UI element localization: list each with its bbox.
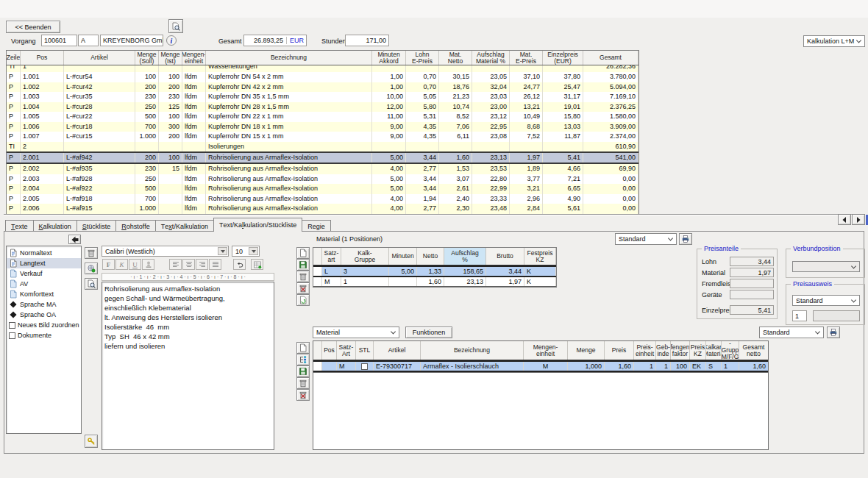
column-header[interactable]: Aufschlag Material %: [472, 51, 510, 65]
list-item-dokumente[interactable]: Dokumente: [7, 330, 81, 340]
column-header[interactable]: -Grupp M/F/G: [722, 341, 739, 360]
back-button[interactable]: [68, 235, 81, 244]
table-row[interactable]: P1.005L-#cur22500100lfdmKupferrohr DN 22…: [7, 112, 638, 122]
gesamt-field[interactable]: 26.893,25 EUR: [243, 35, 307, 46]
table-row[interactable]: P2.006L-#af9151.000lfdmRohrisolierung au…: [7, 204, 638, 214]
column-header[interactable]: Kalk- Gruppe: [341, 248, 389, 265]
column-header[interactable]: Preis- einheit: [634, 341, 656, 360]
italic-button[interactable]: K: [115, 259, 128, 270]
table-row[interactable]: TI2Isolierungen610,90: [7, 142, 638, 152]
column-header[interactable]: [313, 341, 322, 360]
font-family-combo[interactable]: Calibri (Westlich): [102, 246, 229, 257]
align-justify-button[interactable]: [209, 259, 221, 270]
save-button[interactable]: [296, 365, 310, 377]
column-header[interactable]: Minuten: [389, 248, 417, 265]
nav-prev-button[interactable]: [838, 214, 851, 225]
table-row[interactable]: TI1Wasserleitungen26.282,36: [7, 65, 638, 72]
delete-button[interactable]: [296, 377, 310, 389]
detail-category-select[interactable]: Material: [313, 327, 399, 338]
vorgang-company-field[interactable]: KREYENBORG GmbH: [100, 35, 163, 46]
column-header[interactable]: Bezeichnung: [206, 51, 372, 65]
table-row[interactable]: ME-79300717Armaflex - IsolierschlauchM1,…: [313, 360, 769, 372]
split-button[interactable]: [296, 354, 310, 365]
column-header[interactable]: Mat. E-Preis: [510, 51, 543, 65]
list-item-av[interactable]: AV: [7, 279, 81, 289]
column-header[interactable]: Einzelpreis (EUR): [543, 51, 583, 65]
column-header[interactable]: Lohn E-Preis: [406, 51, 439, 65]
table-row[interactable]: M11,6023,131,97K: [313, 277, 556, 287]
print-button[interactable]: [679, 233, 692, 245]
new-button[interactable]: [296, 247, 310, 259]
table-row[interactable]: P2.001L-#af942200100lfdmRohrisolierung a…: [7, 151, 638, 164]
list-item-sprache-oa[interactable]: Sprache OA: [7, 310, 81, 320]
delete-button[interactable]: [296, 271, 310, 282]
column-header[interactable]: Menge (Ist): [159, 51, 182, 65]
stl-checkbox[interactable]: [361, 363, 368, 370]
preisausweis-number-field[interactable]: 1: [792, 310, 807, 321]
column-header[interactable]: Mengen- einheit: [182, 51, 206, 65]
column-header[interactable]: Festpreis KZ: [524, 248, 556, 265]
column-header[interactable]: Artikel: [374, 341, 421, 360]
new-button[interactable]: [296, 342, 310, 354]
table-row[interactable]: P2.004L-#af922500lfdmRohrisolierung aus …: [7, 184, 638, 194]
column-header[interactable]: STL: [356, 341, 374, 360]
column-header[interactable]: Bezeichnung: [421, 341, 524, 360]
web-lookup-button[interactable]: [85, 263, 98, 274]
preisausweis-select[interactable]: Standard: [792, 295, 860, 306]
column-header[interactable]: Kalkart Materia: [706, 341, 722, 360]
table-row[interactable]: L35,001,33158,653,44K: [313, 265, 556, 277]
funktionen-button[interactable]: Funktionen: [405, 327, 452, 338]
beenden-button[interactable]: << Beenden: [6, 21, 60, 33]
detail-preset-select[interactable]: Standard: [759, 327, 824, 338]
column-header[interactable]: Preis: [605, 341, 634, 360]
column-header[interactable]: Satz- art: [322, 248, 341, 265]
format-paint-button[interactable]: [142, 259, 154, 270]
column-header[interactable]: Gesamt netto: [739, 341, 769, 360]
tab-texte[interactable]: Texte: [5, 220, 34, 232]
align-left-button[interactable]: [169, 259, 182, 270]
list-item-langtext[interactable]: Langtext: [7, 258, 81, 268]
tab-rohstoffe[interactable]: Rohstoffe: [115, 220, 156, 232]
column-header[interactable]: Preis KZ: [690, 341, 706, 360]
table-row[interactable]: P2.005L-#af918700lfdmRohrisolierung aus …: [7, 194, 638, 204]
align-right-button[interactable]: [196, 259, 208, 270]
column-header[interactable]: Mat. Netto: [439, 51, 472, 65]
checkbox-icon[interactable]: [9, 332, 15, 339]
column-header[interactable]: Pos: [322, 341, 337, 360]
column-header[interactable]: Menge: [568, 341, 605, 360]
column-header[interactable]: Minuten Akkord: [372, 51, 406, 65]
table-row[interactable]: P1.003L-#cur35230230lfdmKupferrohr DN 35…: [7, 92, 638, 102]
delete-all-button[interactable]: [296, 389, 310, 401]
underline-button[interactable]: U: [129, 259, 141, 270]
preview-button[interactable]: [85, 278, 98, 290]
column-header[interactable]: Netto: [417, 248, 444, 265]
delete-button[interactable]: [85, 247, 98, 259]
insert-table-button[interactable]: [251, 259, 263, 270]
column-header[interactable]: Brutto: [486, 248, 524, 265]
column-header[interactable]: Menge (Soll): [135, 51, 159, 65]
tab-regie[interactable]: Regie: [302, 220, 331, 232]
delete-all-button[interactable]: [296, 282, 310, 294]
bold-button[interactable]: F: [102, 259, 115, 270]
column-header[interactable]: Satz- Art: [337, 341, 356, 360]
list-item-verkauf[interactable]: Verkauf: [7, 268, 81, 279]
verbundposition-select[interactable]: [792, 261, 860, 272]
column-header[interactable]: Mengen- einheit: [524, 341, 568, 360]
table-row[interactable]: P1.007L-#cur151.000200lfdmKupferrohr DN …: [7, 132, 638, 142]
table-row[interactable]: P1.004L-#cur28250125lfdmKupferrohr DN 28…: [7, 102, 638, 113]
material-preset-select[interactable]: Standard: [615, 233, 677, 245]
print-button[interactable]: [827, 327, 840, 338]
table-row[interactable]: P1.001L-#cur54100100lfdmKupferrohr DN 54…: [7, 72, 638, 82]
list-item-normaltext[interactable]: Normaltext: [7, 248, 81, 258]
tab-text-kalkulation-stückliste[interactable]: Text / Kalkulation / Stückliste: [213, 218, 302, 232]
nav-next-button[interactable]: [852, 214, 865, 225]
list-item-komforttext[interactable]: Komforttext: [7, 289, 81, 299]
info-icon[interactable]: i: [166, 35, 177, 46]
vorgang-number-field[interactable]: 100601: [41, 35, 77, 46]
tab-stückliste[interactable]: Stückliste: [77, 220, 117, 232]
list-item-neues-bild-zuordnen[interactable]: Neues Bild zuordnen: [7, 320, 81, 330]
column-header[interactable]: Gesamt: [583, 51, 638, 65]
column-header[interactable]: [313, 248, 322, 265]
stunden-field[interactable]: 171,00: [345, 35, 389, 46]
table-row[interactable]: P2.003L-#af928250lfdmRohrisolierung aus …: [7, 174, 638, 185]
